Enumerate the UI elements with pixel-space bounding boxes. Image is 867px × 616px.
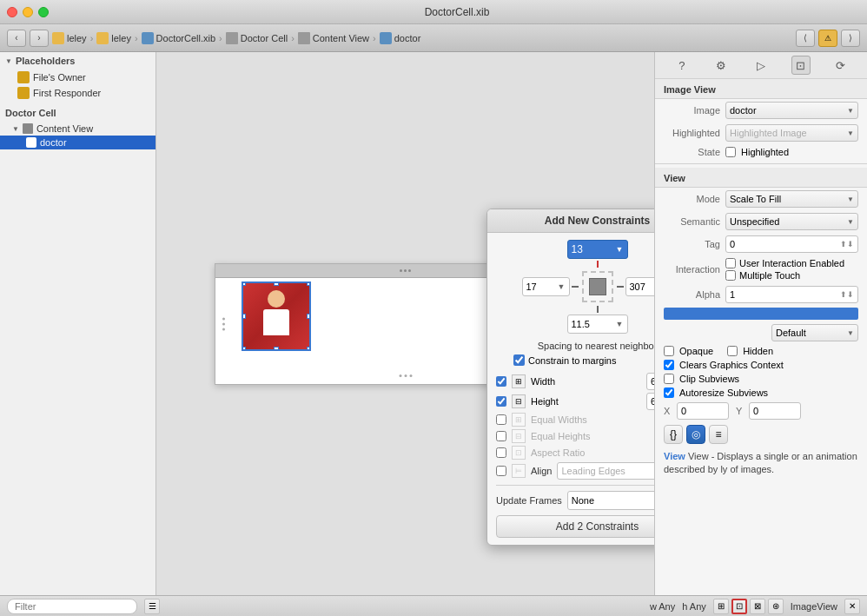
panel-toolbar-icon-4[interactable]: ⊡ <box>791 56 811 75</box>
panel-toolbar-icon-2[interactable]: ⚙ <box>711 56 731 75</box>
x-field: X 0 <box>664 402 729 420</box>
user-interaction-checkbox[interactable] <box>725 258 736 268</box>
breadcrumb-item-contentview[interactable]: Content View <box>298 32 369 44</box>
equal-heights-checkbox[interactable] <box>496 431 506 441</box>
image-view-container[interactable] <box>242 282 311 351</box>
breadcrumb-item-leley2[interactable]: leley <box>96 32 131 44</box>
view-section-title: View <box>655 168 867 188</box>
minimize-button[interactable] <box>23 7 33 17</box>
align-value-dropdown[interactable]: Leading Edges ▼ <box>557 462 654 480</box>
image-view[interactable] <box>242 282 311 351</box>
handle-br[interactable] <box>307 347 311 351</box>
statusbar-close[interactable]: ✕ <box>844 599 860 614</box>
height-checkbox[interactable] <box>496 396 506 407</box>
right-panel: ? ⚙ ▷ ⊡ ⟳ Image View Image doctor ▼ High… <box>654 52 867 595</box>
close-button[interactable] <box>7 7 17 17</box>
constrain-margins-checkbox[interactable] <box>513 354 525 366</box>
statusbar-icon-2[interactable]: ⊡ <box>731 599 747 614</box>
list-view-btn[interactable]: ☰ <box>144 599 160 614</box>
equal-heights-icon: ⊟ <box>512 429 526 443</box>
tag-input[interactable]: 0 ⬆⬇ <box>725 235 858 253</box>
handle-tl[interactable] <box>242 282 246 286</box>
handle-mr[interactable] <box>307 314 311 319</box>
panel-toolbar-icon-1[interactable]: ? <box>672 56 692 75</box>
state-checkbox[interactable] <box>725 147 736 157</box>
handle-ml[interactable] <box>242 314 246 319</box>
handle-tr[interactable] <box>307 282 311 286</box>
resize-dots-left <box>222 317 225 330</box>
breadcrumb-item-doctorcell[interactable]: Doctor Cell <box>226 32 288 44</box>
sidebar-item-contentview[interactable]: ▼ Content View <box>0 122 156 136</box>
aspect-ratio-checkbox[interactable] <box>496 447 506 458</box>
hidden-checkbox[interactable] <box>727 346 738 356</box>
bottom-constraint-input[interactable]: 11.5 ▼ <box>567 315 628 334</box>
width-icon: ⊞ <box>512 374 526 388</box>
forward-button[interactable]: › <box>30 30 49 47</box>
maximize-button[interactable] <box>38 7 49 17</box>
height-value-dropdown[interactable]: 60 ▼ <box>646 393 654 410</box>
doctor-head <box>268 290 285 308</box>
sidebar-item-firstresponder[interactable]: First Responder <box>0 85 156 101</box>
opaque-checkbox[interactable] <box>664 346 674 356</box>
image-dropdown[interactable]: doctor ▼ <box>725 102 858 119</box>
sidebar-item-doctor[interactable]: doctor <box>0 136 156 149</box>
image-dropdown-arrow: ▼ <box>847 107 854 115</box>
update-frames-dropdown[interactable]: None ▼ <box>567 491 654 510</box>
mode-dropdown[interactable]: Scale To Fill ▼ <box>725 190 858 208</box>
add-constraints-button[interactable]: Add 2 Constraints <box>496 515 654 538</box>
breadcrumb-item-leley1[interactable]: leley <box>52 32 87 44</box>
filesowner-icon <box>17 71 30 83</box>
resize-dots-top <box>400 269 411 272</box>
right-constraint-input[interactable]: 307 ▼ <box>625 277 655 296</box>
image-row: Image doctor ▼ <box>655 99 867 122</box>
window-title: DoctorCell.xib <box>54 6 860 18</box>
warning-icon[interactable]: ⚠ <box>818 30 837 47</box>
handle-tm[interactable] <box>274 282 279 286</box>
sidebar: ▼ Placeholders File's Owner First Respon… <box>0 52 156 595</box>
width-value-dropdown[interactable]: 60 ▼ <box>646 373 654 390</box>
spacing-label: Spacing to nearest neighbor <box>496 341 654 351</box>
highlighted-dropdown[interactable]: Highlighted Image ▼ <box>725 124 858 142</box>
breadcrumb-item-xib[interactable]: DoctorCell.xib <box>142 32 215 44</box>
alpha-input[interactable]: 1 ⬆⬇ <box>725 286 858 303</box>
handle-bl[interactable] <box>242 347 246 351</box>
statusbar-icon-4[interactable]: ⊛ <box>768 599 784 614</box>
sidebar-item-filesowner[interactable]: File's Owner <box>0 70 156 85</box>
statusbar-icon-1[interactable]: ⊞ <box>713 599 729 614</box>
width-checkbox[interactable] <box>496 376 506 387</box>
icon-btn-2[interactable]: ◎ <box>686 425 705 444</box>
top-constraint-input[interactable]: 13 ▼ <box>567 240 628 259</box>
panel-toolbar-icon-3[interactable]: ▷ <box>751 56 771 75</box>
autoresize-checkbox[interactable] <box>664 387 674 398</box>
panel-toolbar-icon-5[interactable]: ⟳ <box>831 56 850 75</box>
multiple-touch-checkbox[interactable] <box>725 270 736 281</box>
aspect-ratio-row: ⊡ Aspect Ratio <box>496 446 654 460</box>
breadcrumb-item-doctor[interactable]: doctor <box>380 32 421 44</box>
state-row: State Highlighted <box>655 144 867 160</box>
width-constraint-row: ⊞ Width 60 ▼ <box>496 373 654 390</box>
semantic-row: Semantic Unspecified ▼ <box>655 210 867 233</box>
y-input[interactable]: 0 <box>749 402 801 420</box>
bottom-arrow: ▼ <box>616 320 624 328</box>
placeholders-header: ▼ Placeholders <box>0 52 156 70</box>
description-text: View View - Displays a single or an anim… <box>655 447 867 480</box>
left-constraint-input[interactable]: 17 ▼ <box>522 277 570 296</box>
clears-graphics-checkbox[interactable] <box>664 360 674 370</box>
icon-btn-3[interactable]: ≡ <box>709 425 728 444</box>
nav-left-icon[interactable]: ⟨ <box>796 30 815 47</box>
x-input[interactable]: 0 <box>677 402 729 420</box>
default-dropdown[interactable]: Default ▼ <box>771 324 858 341</box>
handle-bm[interactable] <box>274 347 279 351</box>
mode-row: Mode Scale To Fill ▼ <box>655 188 867 210</box>
filter-input[interactable] <box>7 599 137 614</box>
statusbar-icon-3[interactable]: ⊠ <box>750 599 765 614</box>
autoresize-row: Autoresize Subviews <box>655 386 867 400</box>
semantic-dropdown[interactable]: Unspecified ▼ <box>725 213 858 230</box>
center-rect <box>589 278 606 295</box>
equal-widths-checkbox[interactable] <box>496 414 506 425</box>
back-button[interactable]: ‹ <box>7 30 26 47</box>
align-checkbox[interactable] <box>496 466 506 476</box>
icon-btn-1[interactable]: {} <box>664 425 683 444</box>
clip-subviews-checkbox[interactable] <box>664 374 674 384</box>
nav-right-icon[interactable]: ⟩ <box>841 30 860 47</box>
